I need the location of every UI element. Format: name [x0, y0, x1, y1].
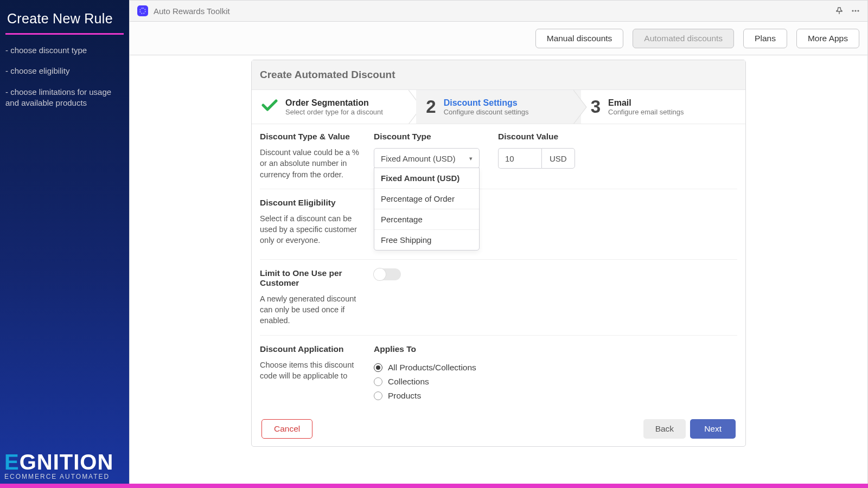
brand-sub: ECOMMERCE AUTOMATED — [4, 473, 113, 480]
wizard-step-2[interactable]: 2 Discount Settings Configure discount s… — [416, 90, 580, 124]
wstep1-sub: Select order type for a discount — [285, 108, 383, 116]
svg-point-0 — [852, 10, 853, 11]
brand-accent: E — [4, 450, 20, 474]
application-desc: Choose items this discount code will be … — [260, 359, 363, 382]
limit-heading: Limit to One Use per Customer — [260, 268, 363, 288]
wstep2-title: Discount Settings — [444, 98, 529, 108]
discount-value-input[interactable] — [498, 148, 541, 169]
eligibility-desc: Select if a discount can be used by a sp… — [260, 213, 363, 246]
wizard-step-3[interactable]: 3 Email Configure email settings — [581, 90, 745, 124]
dd-option-pct[interactable]: Percentage — [374, 209, 479, 230]
sidebar-step-2: - choose limitations for usage and avail… — [0, 82, 129, 114]
dd-option-fixed[interactable]: Fixed Amount (USD) — [374, 168, 479, 189]
brand-rest: GNITION — [20, 450, 114, 474]
dd-option-freeship[interactable]: Free Shipping — [374, 230, 479, 250]
radio-products[interactable]: Products — [374, 389, 737, 403]
radio-collections-label: Collections — [388, 377, 429, 387]
radio-products-label: Products — [388, 391, 421, 401]
limit-desc: A newly generated discount can only be u… — [260, 293, 363, 326]
brand-logo: EGNITION ECOMMERCE AUTOMATED — [4, 452, 113, 480]
wstep3-title: Email — [608, 98, 684, 108]
pin-icon[interactable] — [835, 7, 844, 15]
discount-type-label: Discount Type — [374, 132, 480, 142]
applies-to-label: Applies To — [374, 344, 737, 354]
more-icon[interactable] — [851, 7, 860, 15]
discount-type-selected: Fixed Amount (USD) — [381, 154, 456, 163]
wizard-step-1[interactable]: Order Segmentation Select order type for… — [252, 90, 416, 124]
bottom-accent-bar — [0, 484, 868, 488]
app-header: Auto Rewards Toolkit — [129, 0, 868, 22]
wstep3-num: 3 — [591, 97, 601, 117]
chevron-down-icon: ▾ — [469, 155, 473, 162]
radio-all-products[interactable]: All Products/Collections — [374, 361, 737, 375]
back-button[interactable]: Back — [643, 419, 686, 439]
plans-button[interactable]: Plans — [743, 29, 787, 48]
wstep2-num: 2 — [426, 97, 436, 117]
wstep3-sub: Configure email settings — [608, 108, 684, 116]
toggle-knob — [374, 268, 386, 280]
sidebar-title: Create New Rule — [0, 0, 129, 30]
sidebar: Create New Rule - choose discount type -… — [0, 0, 129, 484]
check-icon — [261, 98, 278, 115]
card-footer: Cancel Back Next — [252, 412, 745, 446]
limit-one-use-toggle[interactable] — [374, 268, 401, 280]
eligibility-heading: Discount Eligibility — [260, 198, 363, 208]
svg-point-2 — [857, 10, 859, 11]
card-title: Create Automated Discount — [252, 60, 745, 90]
automated-discounts-button[interactable]: Automated discounts — [633, 29, 734, 48]
wstep1-title: Order Segmentation — [285, 98, 383, 108]
sidebar-step-0: - choose discount type — [0, 40, 129, 61]
sidebar-underline — [5, 33, 124, 35]
discount-value-label: Discount Value — [498, 132, 575, 142]
wizard: Order Segmentation Select order type for… — [252, 90, 745, 124]
radio-collections[interactable]: Collections — [374, 375, 737, 389]
card: Create Automated Discount Order Segmenta… — [251, 60, 746, 447]
typevalue-desc: Discount value could be a % or an absolu… — [260, 147, 363, 180]
app-icon — [137, 5, 148, 16]
sidebar-step-1: - choose eligibility — [0, 61, 129, 81]
discount-type-select[interactable]: Fixed Amount (USD) ▾ Fixed Amount (USD) … — [374, 148, 480, 169]
radio-all-products-label: All Products/Collections — [388, 363, 476, 373]
discount-value-unit: USD — [541, 148, 575, 169]
more-apps-button[interactable]: More Apps — [796, 29, 859, 48]
manual-discounts-button[interactable]: Manual discounts — [535, 29, 624, 48]
wstep2-sub: Configure discount settings — [444, 108, 529, 116]
cancel-button[interactable]: Cancel — [261, 419, 312, 439]
application-heading: Discount Application — [260, 344, 363, 354]
main-area: Auto Rewards Toolkit Manual discounts Au… — [129, 0, 868, 484]
next-button[interactable]: Next — [690, 419, 736, 439]
app-title: Auto Rewards Toolkit — [154, 7, 230, 16]
discount-type-dropdown: Fixed Amount (USD) Percentage of Order P… — [374, 168, 480, 251]
content: Create Automated Discount Order Segmenta… — [129, 55, 868, 484]
svg-point-1 — [854, 10, 856, 11]
dd-option-pct-order[interactable]: Percentage of Order — [374, 189, 479, 209]
toolbar: Manual discounts Automated discounts Pla… — [129, 22, 868, 55]
typevalue-heading: Discount Type & Value — [260, 132, 363, 142]
